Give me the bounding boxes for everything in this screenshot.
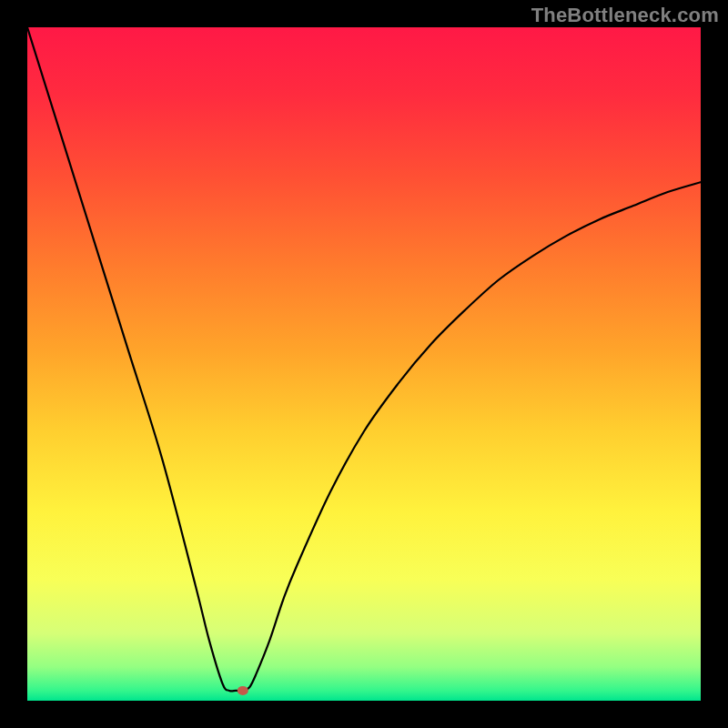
minimum-marker — [238, 686, 248, 695]
watermark-text: TheBottleneck.com — [531, 4, 719, 27]
curve-layer — [27, 27, 701, 701]
chart-frame: TheBottleneck.com — [0, 0, 728, 728]
bottleneck-curve — [27, 27, 701, 691]
plot-area — [27, 27, 701, 701]
